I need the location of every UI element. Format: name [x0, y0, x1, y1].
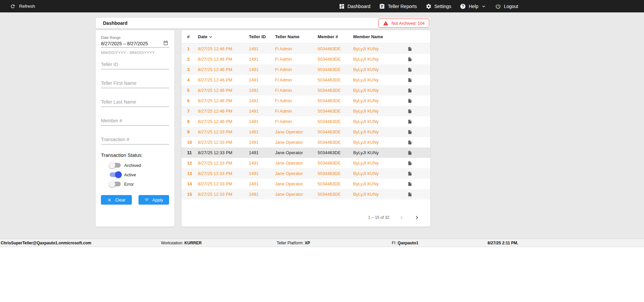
- not-archived-badge[interactable]: Not Archived: 104: [378, 19, 429, 28]
- note-icon[interactable]: [408, 171, 430, 176]
- calendar-icon[interactable]: [163, 40, 169, 46]
- table-row[interactable]: 13 8/27/25 12:33 PM 1491 Jane Operator 5…: [181, 168, 430, 179]
- column-header-member-number[interactable]: Member #: [318, 34, 353, 39]
- cell-teller-id: 1491: [249, 181, 275, 186]
- date-range-input[interactable]: [101, 41, 163, 46]
- column-header-member-name[interactable]: Member Name: [353, 34, 408, 39]
- table-row[interactable]: 11 8/27/25 12:33 PM 1491 Jane Operator 5…: [181, 147, 430, 158]
- note-icon[interactable]: [408, 57, 430, 62]
- cell-teller-id: 1491: [249, 98, 275, 103]
- note-icon[interactable]: [408, 140, 430, 145]
- note-icon[interactable]: [408, 88, 430, 93]
- cell-member-name: ByLyJI KUNy: [353, 67, 408, 72]
- note-icon[interactable]: [408, 119, 430, 124]
- table-row[interactable]: 5 8/27/25 12:46 PM 1491 Fi Admin 5034463…: [181, 85, 430, 96]
- table-row[interactable]: 9 8/27/25 12:33 PM 1491 Jane Operator 50…: [181, 127, 430, 137]
- next-page-button[interactable]: [414, 214, 420, 221]
- note-icon[interactable]: [408, 78, 430, 82]
- note-icon[interactable]: [408, 47, 430, 51]
- table-row[interactable]: 7 8/27/25 12:46 PM 1491 Fi Admin 5034463…: [181, 106, 430, 116]
- toggle-row-error: Error: [101, 181, 169, 187]
- error-toggle[interactable]: [110, 182, 121, 186]
- cell-teller-name: Fi Admin: [275, 98, 318, 103]
- date-range-label: Date Range: [101, 36, 169, 40]
- toggle-thumb: [109, 162, 115, 169]
- cell-date: 8/27/25 12:46 PM: [198, 67, 249, 72]
- note-icon[interactable]: [408, 182, 430, 186]
- table-row[interactable]: 2 8/27/25 12:46 PM 1491 Fi Admin 5034463…: [181, 54, 430, 64]
- cell-member-number: 5034463DE: [318, 192, 353, 197]
- teller-last-name-input[interactable]: [101, 98, 169, 107]
- cell-date: 8/27/25 12:46 PM: [198, 98, 249, 103]
- transactions-table-card: # Date Teller ID Teller Name Member # Me…: [181, 30, 430, 227]
- nav-help[interactable]: Help: [460, 3, 486, 9]
- help-icon: [460, 3, 466, 9]
- column-header-teller-name[interactable]: Teller Name: [275, 34, 318, 39]
- column-header-date[interactable]: Date: [198, 34, 249, 40]
- cell-date: 8/27/25 12:33 PM: [198, 192, 249, 197]
- nav-dashboard[interactable]: Dashboard: [339, 3, 371, 9]
- note-icon[interactable]: [408, 192, 430, 197]
- column-header-teller-id[interactable]: Teller ID: [249, 34, 275, 39]
- cell-member-number: 5034463DE: [318, 171, 353, 176]
- table-row[interactable]: 10 8/27/25 12:33 PM 1491 Jane Operator 5…: [181, 137, 430, 147]
- note-icon[interactable]: [408, 67, 430, 72]
- refresh-label: Refresh: [19, 4, 35, 9]
- clear-button-label: Clear: [115, 197, 125, 202]
- cell-date: 8/27/25 12:33 PM: [198, 181, 249, 186]
- not-archived-badge-label: Not Archived: 104: [391, 21, 425, 25]
- cell-date: 8/27/25 12:46 PM: [198, 88, 249, 93]
- table-row[interactable]: 1 8/27/25 12:46 PM 1491 Fi Admin 5034463…: [181, 44, 430, 54]
- cell-member-name: ByLyJI KUNy: [353, 119, 408, 124]
- table-row[interactable]: 4 8/27/25 12:46 PM 1491 Fi Admin 5034463…: [181, 75, 430, 85]
- cell-teller-id: 1491: [249, 150, 275, 155]
- table-row[interactable]: 14 8/27/25 12:33 PM 1491 Jane Operator 5…: [181, 179, 430, 189]
- table-row[interactable]: 6 8/27/25 12:46 PM 1491 Fi Admin 5034463…: [181, 96, 430, 106]
- dashboard-icon: [339, 3, 345, 9]
- note-icon[interactable]: [408, 161, 430, 166]
- cell-date: 8/27/25 12:33 PM: [198, 171, 249, 176]
- table-row[interactable]: 3 8/27/25 12:46 PM 1491 Fi Admin 5034463…: [181, 64, 430, 75]
- apply-button[interactable]: Apply: [139, 195, 169, 204]
- note-icon[interactable]: [408, 109, 430, 114]
- table-body: 1 8/27/25 12:46 PM 1491 Fi Admin 5034463…: [181, 44, 430, 199]
- cell-teller-name: Fi Admin: [275, 77, 318, 82]
- toggle-thumb: [109, 181, 115, 187]
- cell-member-number: 5034463DE: [318, 46, 353, 51]
- teller-id-input[interactable]: [101, 61, 169, 69]
- cell-date: 8/27/25 12:46 PM: [198, 46, 249, 51]
- teller-platform-info: Teller Platform: XP: [277, 241, 310, 245]
- cell-teller-id: 1491: [249, 140, 275, 145]
- cell-member-number: 5034463DE: [318, 129, 353, 134]
- clear-button[interactable]: Clear: [101, 195, 132, 204]
- active-toggle[interactable]: [110, 172, 121, 177]
- cell-member-number: 5034463DE: [318, 181, 353, 186]
- cell-member-name: ByLyJI KUNy: [353, 88, 408, 93]
- nav-logout-label: Logout: [504, 4, 518, 9]
- refresh-button[interactable]: Refresh: [10, 0, 35, 12]
- cell-teller-id: 1491: [249, 67, 275, 72]
- cell-member-number: 5034463DE: [318, 140, 353, 145]
- cell-date: 8/27/25 12:33 PM: [198, 150, 249, 155]
- table-row[interactable]: 8 8/27/25 12:46 PM 1491 Fi Admin 5034463…: [181, 116, 430, 127]
- teller-first-name-input[interactable]: [101, 79, 169, 88]
- column-header-number[interactable]: #: [187, 34, 198, 39]
- table-row[interactable]: 15 8/27/25 12:33 PM 1491 Jane Operator 5…: [181, 189, 430, 199]
- cell-teller-name: Jane Operator: [275, 140, 318, 145]
- toggle-thumb: [115, 171, 122, 178]
- archived-toggle[interactable]: [110, 163, 121, 168]
- nav-teller-reports[interactable]: Teller Reports: [379, 3, 417, 9]
- cell-date: 8/27/25 12:33 PM: [198, 140, 249, 145]
- previous-page-button[interactable]: [398, 214, 405, 221]
- cell-member-name: ByLyJI KUNy: [353, 171, 408, 176]
- note-icon[interactable]: [408, 130, 430, 134]
- note-icon[interactable]: [408, 99, 430, 103]
- cell-member-name: ByLyJI KUNy: [353, 77, 408, 82]
- member-number-input[interactable]: [101, 117, 169, 126]
- nav-logout[interactable]: Logout: [495, 3, 518, 9]
- nav-settings[interactable]: Settings: [426, 3, 451, 9]
- table-row[interactable]: 12 8/27/25 12:33 PM 1491 Jane Operator 5…: [181, 158, 430, 168]
- transaction-number-input[interactable]: [101, 136, 169, 144]
- note-icon[interactable]: [408, 150, 430, 155]
- nav-help-label: Help: [469, 4, 478, 9]
